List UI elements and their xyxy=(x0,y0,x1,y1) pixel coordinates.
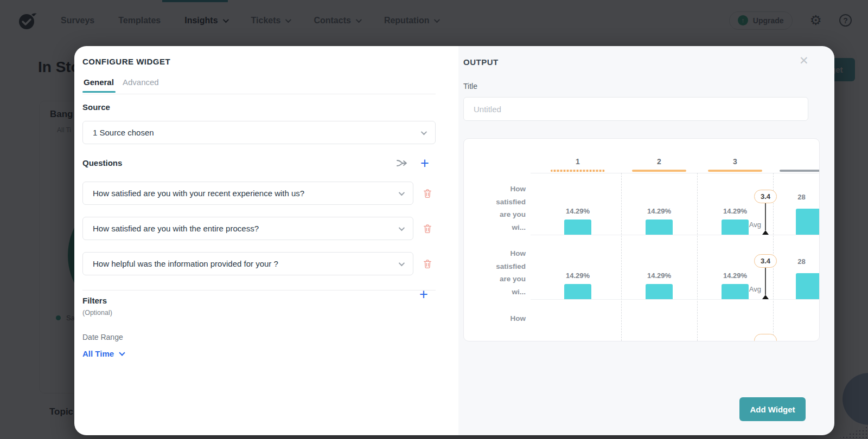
source-select[interactable]: 1 Source chosen xyxy=(82,121,436,144)
row-label-line: How xyxy=(464,183,526,196)
date-range-value[interactable]: All Time xyxy=(82,349,124,358)
date-range-value-text: All Time xyxy=(82,349,114,358)
bar-value-label-partial: 28 xyxy=(789,257,814,266)
chart-row-label-partial: How xyxy=(464,312,526,325)
column-marker-1 xyxy=(551,170,605,172)
bar-value-label: 14.29% xyxy=(640,207,678,215)
bar-partial xyxy=(796,209,820,235)
avg-marker-arrow xyxy=(762,295,769,299)
close-icon[interactable]: ✕ xyxy=(799,54,809,67)
column-separator xyxy=(697,173,698,341)
column-header-3: 3 xyxy=(719,157,751,166)
question-select-value: How satisfied are you with your recent e… xyxy=(93,189,304,198)
bar xyxy=(646,284,673,299)
avg-marker-line xyxy=(765,268,766,295)
question-select-value: How satisfied are you with the entire pr… xyxy=(93,224,259,233)
bar-value-label: 14.29% xyxy=(640,272,678,280)
bar xyxy=(564,220,591,235)
column-marker-2 xyxy=(632,170,686,172)
questions-label: Questions xyxy=(82,158,122,167)
column-marker-partial xyxy=(780,170,820,172)
column-header-2: 2 xyxy=(643,157,675,166)
source-label: Source xyxy=(82,102,110,112)
chevron-down-icon xyxy=(399,224,405,230)
configure-widget-modal: CONFIGURE WIDGET General Advanced Source… xyxy=(74,46,834,435)
config-panel: CONFIGURE WIDGET General Advanced Source… xyxy=(74,46,458,435)
divider xyxy=(82,94,436,94)
bar-value-label: 14.29% xyxy=(716,272,754,280)
bar xyxy=(646,220,673,235)
avg-value-badge: 3.4 xyxy=(754,254,777,268)
delete-question-icon[interactable] xyxy=(422,188,433,199)
bar-value-label-partial: 28 xyxy=(789,193,814,201)
row-label-line: are you xyxy=(464,273,526,286)
row-label-line: How xyxy=(464,312,526,325)
question-select-2[interactable]: How satisfied are you with the entire pr… xyxy=(82,217,413,240)
widget-title-input[interactable] xyxy=(463,97,808,121)
chart-preview-card: 1 2 3 How satisfied are you wi... 14.29%… xyxy=(463,138,820,341)
chart-row-label: How satisfied are you wi... xyxy=(464,247,526,298)
modal-title: CONFIGURE WIDGET xyxy=(82,57,170,66)
avg-caption: Avg xyxy=(734,285,761,293)
avg-marker-line xyxy=(765,203,766,230)
question-select-value: How helpful was the information provided… xyxy=(93,259,278,268)
delete-question-icon[interactable] xyxy=(422,259,433,269)
chevron-down-icon xyxy=(119,350,125,356)
row-label-line: wi... xyxy=(464,221,526,234)
bar-value-label: 14.29% xyxy=(559,207,597,215)
column-marker-3 xyxy=(708,170,762,172)
question-select-3[interactable]: How helpful was the information provided… xyxy=(82,252,413,275)
row-label-line: How xyxy=(464,247,526,260)
chart-row-label: How satisfied are you wi... xyxy=(464,183,526,234)
active-tab-underline xyxy=(82,91,116,93)
add-widget-button[interactable]: Add Widget xyxy=(739,397,806,421)
row-label-line: are you xyxy=(464,208,526,221)
bar-partial xyxy=(796,273,820,299)
tab-advanced[interactable]: Advanced xyxy=(123,78,159,87)
divider xyxy=(82,290,436,290)
avg-marker-arrow xyxy=(762,230,769,235)
filters-optional-note: (Optional) xyxy=(82,309,112,317)
avg-caption: Avg xyxy=(734,221,761,229)
avg-value-badge-partial xyxy=(754,334,777,341)
add-question-icon[interactable]: + xyxy=(420,157,429,169)
questions-actions: + xyxy=(395,157,429,170)
tab-general[interactable]: General xyxy=(84,78,114,87)
output-panel: OUTPUT ✕ Title 1 2 3 How satis xyxy=(458,46,834,435)
column-header-1: 1 xyxy=(561,157,594,166)
question-row: How satisfied are you with the entire pr… xyxy=(82,217,436,240)
question-row: How satisfied are you with your recent e… xyxy=(82,182,436,205)
date-range-label: Date Range xyxy=(82,333,123,341)
merge-questions-icon[interactable] xyxy=(395,157,409,170)
avg-value-badge: 3.4 xyxy=(754,190,777,203)
column-separator xyxy=(621,173,622,341)
row-label-line: satisfied xyxy=(464,196,526,209)
row-baseline xyxy=(531,235,819,235)
widget-title-label: Title xyxy=(463,82,477,91)
bar-value-label: 14.29% xyxy=(716,207,754,215)
chevron-down-icon xyxy=(421,128,427,134)
row-label-line: satisfied xyxy=(464,260,526,273)
filters-label: Filters xyxy=(82,296,107,305)
add-filter-icon[interactable]: + xyxy=(419,288,428,300)
question-select-1[interactable]: How satisfied are you with your recent e… xyxy=(82,182,413,205)
bar-value-label: 14.29% xyxy=(559,272,597,280)
bar xyxy=(564,284,591,299)
delete-question-icon[interactable] xyxy=(422,223,433,234)
question-row: How helpful was the information provided… xyxy=(82,252,436,275)
app-root: Surveys Templates Insights Tickets Conta… xyxy=(0,0,868,439)
chevron-down-icon xyxy=(399,260,405,266)
row-baseline xyxy=(531,299,819,300)
output-title: OUTPUT xyxy=(463,57,499,67)
row-label-line: wi... xyxy=(464,286,526,299)
chevron-down-icon xyxy=(399,189,405,195)
source-select-value: 1 Source chosen xyxy=(93,128,154,137)
chart-header-line xyxy=(531,173,819,173)
